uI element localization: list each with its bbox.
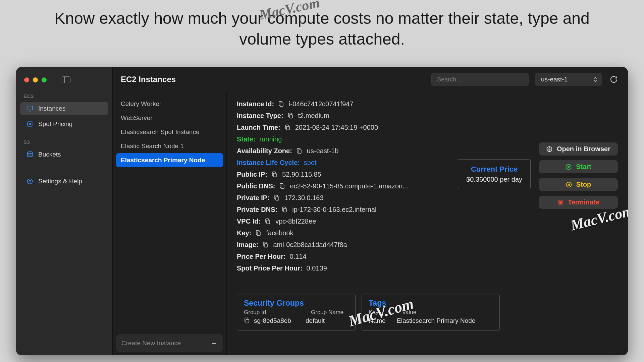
row-price-per-hour: Price Per Hour: 0.114 (237, 251, 618, 262)
svg-rect-22 (246, 319, 249, 323)
button-label: Terminate (568, 198, 599, 206)
close-window-button[interactable] (24, 77, 29, 82)
svg-point-21 (559, 201, 562, 203)
instances-scroll[interactable]: Celery Worker WebServer Elasticsearch Sp… (113, 92, 226, 334)
chevron-updown-icon (593, 76, 597, 82)
tag-row: Name Elasticsearch Primary Node (369, 317, 493, 324)
copy-icon[interactable] (279, 183, 286, 190)
bucket-icon (26, 151, 34, 158)
globe-icon (546, 146, 553, 153)
col-key: Key (369, 309, 392, 316)
tags-columns: Key Value (369, 309, 493, 316)
label: State: (237, 134, 256, 144)
create-instance-button[interactable]: Create New Instance ＋ (116, 334, 223, 352)
sidebar: EC2 Instances Spot Pricing S3 Buckets (16, 67, 113, 355)
copy-icon[interactable] (287, 112, 294, 120)
svg-point-2 (29, 123, 31, 125)
sidebar-item-settings[interactable]: Settings & Help (20, 175, 108, 188)
row-vpc: VPC Id: vpc-8bf228ee (237, 216, 618, 227)
gear-icon (26, 178, 34, 185)
label: Price Per Hour: (237, 251, 286, 262)
copy-icon[interactable] (281, 206, 288, 214)
svg-rect-11 (281, 185, 284, 189)
stop-button[interactable]: Stop (539, 178, 618, 191)
svg-rect-12 (276, 197, 279, 200)
instance-item[interactable]: WebServer (116, 111, 223, 125)
sidebar-toggle-icon[interactable] (62, 76, 70, 83)
value: ec2-52-90-115-85.compute-1.amazon... (290, 181, 408, 191)
tag-key: Name (369, 317, 392, 324)
window-controls (16, 74, 112, 86)
label: Public DNS: (237, 181, 275, 191)
col-value: Value (402, 309, 416, 316)
instance-item[interactable]: Celery Worker (116, 97, 223, 111)
region-select[interactable]: us-east-1 (535, 73, 602, 86)
sidebar-item-spot-pricing[interactable]: Spot Pricing (20, 118, 108, 130)
sidebar-item-buckets[interactable]: Buckets (20, 148, 108, 161)
create-instance-label: Create New Instance (121, 340, 181, 347)
svg-point-3 (28, 152, 33, 154)
copy-icon[interactable] (244, 317, 251, 324)
label: Private IP: (237, 193, 270, 203)
open-in-browser-button[interactable]: Open in Browser (539, 142, 618, 156)
sidebar-item-instances[interactable]: Instances (20, 102, 108, 115)
sidebar-item-label: Instances (38, 105, 65, 112)
refresh-button[interactable] (608, 73, 620, 85)
body-split: Celery Worker WebServer Elasticsearch Sp… (113, 92, 628, 355)
svg-rect-6 (280, 103, 283, 107)
value: ip-172-30-0-163.ec2.internal (292, 204, 376, 215)
record-icon (557, 199, 564, 206)
svg-rect-14 (267, 220, 270, 224)
start-button[interactable]: Start (539, 160, 618, 173)
value: us-east-1b (307, 146, 339, 156)
tags-header: Tags (369, 299, 493, 308)
toolbar: EC2 Instances us-east-1 (113, 67, 628, 92)
maximize-window-button[interactable] (42, 77, 47, 82)
row-key: Key: facebook (237, 227, 618, 239)
pause-icon (566, 181, 572, 188)
copy-icon[interactable] (296, 147, 303, 155)
row-instance-type: Instance Type: t2.medium (237, 110, 618, 122)
copy-icon[interactable] (284, 124, 291, 131)
instance-item-selected[interactable]: Elasticsearch Primary Node (116, 153, 223, 167)
value: t2.medium (298, 111, 329, 121)
copy-icon[interactable] (265, 218, 271, 225)
value: 172.30.0.163 (284, 193, 324, 203)
row-spot-price-per-hour: Spot Price Per Hour: 0.0139 (237, 262, 618, 274)
label: VPC Id: (237, 216, 261, 227)
main-area: EC2 Instances us-east-1 Celery Worker We… (113, 67, 628, 355)
row-instance-id: Instance Id: i-046c7412c0741f947 (237, 98, 618, 110)
copy-icon[interactable] (274, 194, 280, 202)
sidebar-section-s3: S3 (16, 132, 112, 147)
sg-id: sg-8ed5a8eb (254, 317, 291, 324)
minimize-window-button[interactable] (33, 77, 38, 82)
svg-rect-10 (273, 173, 276, 177)
button-label: Open in Browser (557, 145, 610, 153)
row-image: Image: ami-0c2b8ca1dad447f8a (237, 239, 618, 251)
label: Instance Type: (237, 111, 283, 121)
instance-item[interactable]: Elastic Search Node 1 (116, 139, 223, 153)
terminate-button[interactable]: Terminate (539, 196, 618, 209)
sidebar-section-ec2: EC2 (16, 86, 112, 101)
copy-icon[interactable] (255, 230, 262, 237)
play-icon (565, 164, 572, 170)
label: Image: (237, 240, 258, 250)
copy-icon[interactable] (262, 241, 269, 249)
copy-icon[interactable] (271, 171, 278, 178)
svg-point-19 (566, 182, 571, 187)
label: Private DNS: (237, 204, 277, 215)
row-launch-time: Launch Time: 2021-08-24 17:45:19 +0000 (237, 122, 618, 133)
security-groups-box: Security Groups Group Id Group Name sg-8… (237, 294, 356, 331)
price-card-header: Current Price (466, 165, 522, 174)
label: Availability Zone: (237, 146, 292, 156)
label: Key: (237, 228, 251, 238)
value: ami-0c2b8ca1dad447f8a (273, 240, 347, 250)
detail-pane: Instance Id: i-046c7412c0741f947 Instanc… (227, 92, 628, 355)
instance-item[interactable]: Elasticsearch Spot Instance (116, 125, 223, 139)
app-window: EC2 Instances Spot Pricing S3 Buckets (16, 67, 628, 355)
value: 0.114 (290, 251, 307, 262)
sg-name: default (306, 317, 325, 324)
search-input[interactable] (431, 73, 529, 86)
svg-point-5 (28, 179, 33, 184)
copy-icon[interactable] (278, 101, 285, 108)
